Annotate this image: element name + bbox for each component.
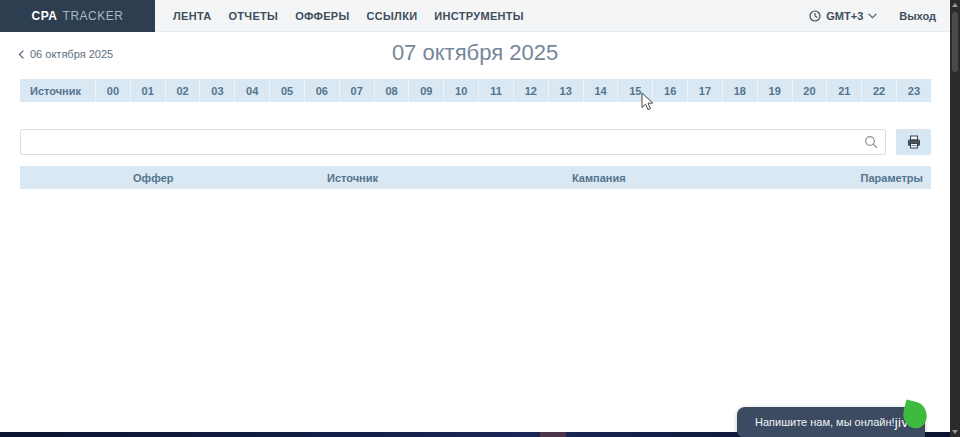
hour-cell: 07 xyxy=(339,79,374,102)
hour-cell: 13 xyxy=(548,79,583,102)
hour-cell: 05 xyxy=(269,79,304,102)
nav-item-instrumenty[interactable]: ИНСТРУМЕНТЫ xyxy=(434,10,524,22)
app-logo[interactable]: CPA TRACKER xyxy=(0,0,155,32)
page-title: 07 октября 2025 xyxy=(0,40,950,66)
nav-item-offery[interactable]: ОФФЕРЫ xyxy=(295,10,349,22)
hour-cell: 23 xyxy=(896,79,931,102)
taskbar-accent xyxy=(540,432,566,437)
print-button[interactable] xyxy=(896,129,931,155)
hours-header-bar: Источник 0001020304050607080910111213141… xyxy=(20,79,931,102)
top-bar: CPA TRACKER ЛЕНТА ОТЧЕТЫ ОФФЕРЫ ССЫЛКИ И… xyxy=(0,0,950,32)
main-nav: ЛЕНТА ОТЧЕТЫ ОФФЕРЫ ССЫЛКИ ИНСТРУМЕНТЫ xyxy=(173,10,524,22)
chat-widget[interactable]: Напишите нам, мы онлайн! jivo xyxy=(737,407,925,437)
hour-cell: 20 xyxy=(792,79,827,102)
cpa-tracker-page: CPA TRACKER ЛЕНТА ОТЧЕТЫ ОФФЕРЫ ССЫЛКИ И… xyxy=(0,0,960,437)
search-row xyxy=(20,129,931,155)
logo-light-text: TRACKER xyxy=(63,9,124,23)
hour-cell: 08 xyxy=(374,79,409,102)
search-icon[interactable] xyxy=(863,134,879,150)
hour-cell: 22 xyxy=(861,79,896,102)
page-scrollbar[interactable] xyxy=(950,0,960,437)
nav-item-ssylki[interactable]: ССЫЛКИ xyxy=(367,10,418,22)
hour-cell: 11 xyxy=(478,79,513,102)
hours-source-label: Источник xyxy=(20,79,95,102)
logo-bold-text: CPA xyxy=(32,9,58,23)
scrollbar-thumb[interactable] xyxy=(952,12,958,72)
print-icon xyxy=(907,135,921,149)
clock-icon xyxy=(809,10,821,22)
column-params: Параметры xyxy=(861,172,931,184)
nav-item-lenta[interactable]: ЛЕНТА xyxy=(173,10,211,22)
hour-cell: 01 xyxy=(130,79,165,102)
hour-cell: 15 xyxy=(617,79,652,102)
hours-cells: 0001020304050607080910111213141516171819… xyxy=(95,79,931,102)
hour-cell: 16 xyxy=(652,79,687,102)
hour-cell: 17 xyxy=(687,79,722,102)
chat-message: Напишите нам, мы онлайн! xyxy=(755,416,895,428)
topbar-right: GMT+3 Выход xyxy=(809,10,936,22)
hour-cell: 00 xyxy=(95,79,130,102)
hour-cell: 18 xyxy=(722,79,757,102)
column-offer: Оффер xyxy=(133,172,327,184)
hour-cell: 19 xyxy=(757,79,792,102)
nav-item-otchety[interactable]: ОТЧЕТЫ xyxy=(228,10,278,22)
hour-cell: 12 xyxy=(513,79,548,102)
column-campaign: Кампания xyxy=(572,172,861,184)
search-input[interactable] xyxy=(20,129,886,155)
report-table-header: Оффер Источник Кампания Параметры xyxy=(20,166,931,189)
logout-button[interactable]: Выход xyxy=(899,10,936,22)
hour-cell: 04 xyxy=(234,79,269,102)
scrollbar-up-arrow-icon[interactable] xyxy=(952,3,958,7)
scrollbar-down-arrow-icon[interactable] xyxy=(952,430,958,434)
hour-cell: 09 xyxy=(408,79,443,102)
hour-cell: 21 xyxy=(826,79,861,102)
hour-cell: 06 xyxy=(304,79,339,102)
hour-cell: 10 xyxy=(443,79,478,102)
hour-cell: 14 xyxy=(583,79,618,102)
hour-cell: 02 xyxy=(165,79,200,102)
hour-cell: 03 xyxy=(199,79,234,102)
timezone-select[interactable]: GMT+3 xyxy=(809,10,877,22)
column-source: Источник xyxy=(327,172,572,184)
search-box xyxy=(20,129,886,155)
chevron-down-icon xyxy=(868,13,877,19)
timezone-label: GMT+3 xyxy=(826,10,863,22)
